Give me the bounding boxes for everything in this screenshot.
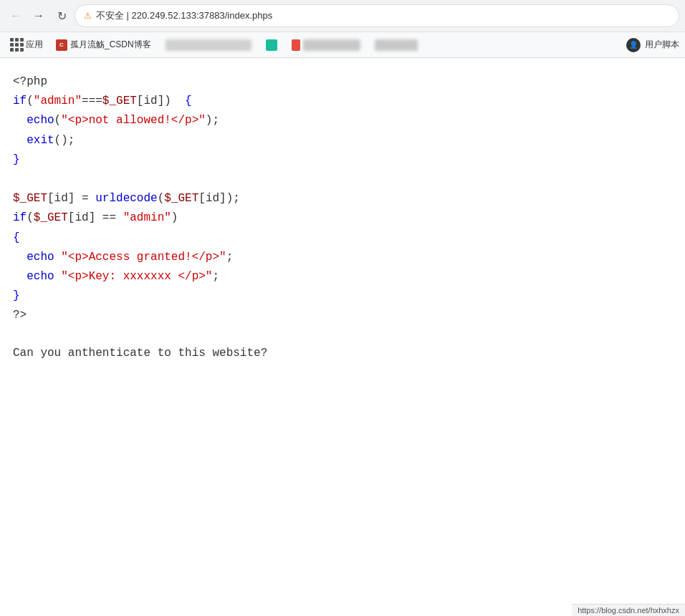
user-script-area: 👤 用户脚本 (626, 38, 679, 52)
teal-bookmark[interactable] (260, 35, 283, 55)
code-line-9: { (13, 228, 672, 248)
user-avatar-icon: 👤 (626, 38, 641, 52)
code-line-blank (13, 170, 672, 189)
user-script-label: 用户脚本 (645, 39, 679, 51)
code-line-1: <?php (13, 72, 672, 92)
code-line-5: } (13, 150, 672, 170)
code-line-13: ?> (13, 306, 672, 325)
apps-label: 应用 (26, 39, 43, 51)
apps-button[interactable]: 应用 (6, 37, 47, 54)
browser-chrome: ← → ↻ ⚠ 不安全 | 220.249.52.133:37883/index… (0, 0, 685, 58)
teal-icon (266, 39, 277, 51)
code-line-10: echo "<p>Access granted!</p>"; (13, 248, 672, 267)
red-icon (292, 39, 300, 51)
bookmarks-bar: 应用 C 孤月流觞_CSDN博客 👤 用户脚本 (0, 32, 685, 57)
code-line-2: if("admin"===$_GET[id]) { (13, 92, 672, 111)
status-bar: https://blog.csdn.net/hxhxhzx (572, 604, 685, 616)
url-text: 不安全 | 220.249.52.133:37883/index.phps (96, 9, 272, 22)
csdn-bookmark[interactable]: C 孤月流觞_CSDN博客 (50, 35, 157, 55)
code-line-12: } (13, 287, 672, 306)
red-bookmark[interactable] (286, 35, 366, 55)
code-line-11: echo "<p>Key: xxxxxxx </p>"; (13, 267, 672, 287)
nav-bar: ← → ↻ ⚠ 不安全 | 220.249.52.133:37883/index… (0, 0, 685, 32)
status-url: https://blog.csdn.net/hxhxhzx (578, 606, 679, 615)
page-content: <?php if("admin"===$_GET[id]) { echo("<p… (0, 58, 685, 602)
code-line-4: exit(); (13, 131, 672, 150)
blurred-bookmark-3[interactable] (369, 35, 423, 55)
code-line-7: $_GET[id] = urldecode($_GET[id]); (13, 189, 672, 208)
csdn-label: 孤月流觞_CSDN博客 (70, 39, 151, 51)
code-block: <?php if("admin"===$_GET[id]) { echo("<p… (13, 72, 672, 325)
csdn-logo-icon: C (56, 39, 67, 51)
address-bar[interactable]: ⚠ 不安全 | 220.249.52.133:37883/index.phps (75, 4, 679, 27)
blurred-content-1 (166, 39, 252, 51)
lock-icon: ⚠ (84, 11, 92, 21)
blurred-content-3 (375, 39, 418, 51)
question-text: Can you anthenticate to this website? (13, 347, 672, 360)
code-line-8: if($_GET[id] == "admin") (13, 208, 672, 228)
reload-button[interactable]: ↻ (52, 6, 72, 26)
apps-grid-icon (10, 38, 24, 52)
code-line-3: echo("<p>not allowed!</p>"); (13, 111, 672, 130)
blurred-content-2 (303, 39, 360, 51)
back-button[interactable]: ← (6, 6, 26, 26)
blurred-bookmark-1[interactable] (160, 35, 257, 55)
forward-button[interactable]: → (29, 6, 49, 26)
